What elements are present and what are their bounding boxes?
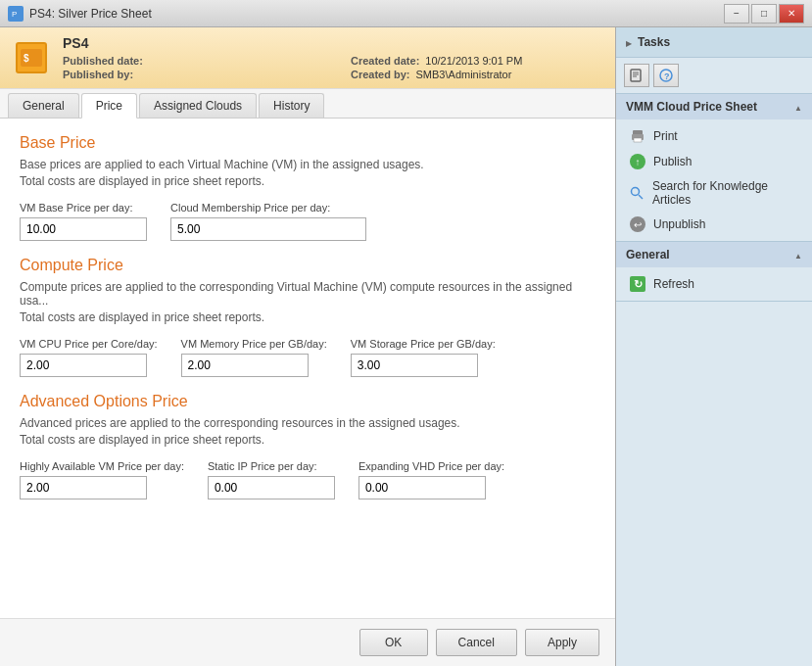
unpublish-label: Unpublish: [653, 217, 705, 231]
memory-price-input[interactable]: [181, 354, 309, 377]
created-by-label: Created by:: [351, 69, 410, 80]
published-by-label: Published by:: [63, 69, 133, 80]
search-kb-icon: [630, 185, 645, 201]
static-ip-group: Static IP Price per day:: [208, 460, 335, 500]
advanced-options-title: Advanced Options Price: [20, 393, 596, 410]
cpu-price-input[interactable]: [20, 354, 147, 377]
refresh-item[interactable]: Refresh: [616, 271, 812, 297]
header-area: $ PS4 Published date: Created date: 10/2…: [0, 27, 615, 89]
app-icon: P: [8, 6, 24, 22]
svg-rect-12: [634, 138, 642, 142]
compute-price-desc1: Compute prices are applied to the corres…: [20, 280, 596, 308]
advanced-options-desc1: Advanced prices are applied to the corre…: [20, 416, 596, 430]
created-date-label: Created date:: [351, 55, 419, 67]
ps4-name: PS4: [63, 35, 599, 51]
created-date-value: 10/21/2013 9:01 PM: [425, 55, 522, 67]
header-info: PS4 Published date: Created date: 10/21/…: [63, 35, 599, 80]
vmm-section: VMM Cloud Price Sheet Print Publish: [616, 94, 812, 242]
ok-button[interactable]: OK: [359, 629, 428, 656]
tasks-label: Tasks: [638, 35, 670, 49]
right-panel: Tasks ? VMM Cloud Price Sheet P: [616, 27, 812, 666]
unpublish-icon: [630, 216, 645, 232]
close-button[interactable]: ✕: [779, 4, 804, 24]
search-kb-item[interactable]: Search for Knowledge Articles: [616, 174, 812, 212]
tab-price[interactable]: Price: [81, 93, 137, 119]
print-icon: [630, 128, 645, 144]
vmm-section-content: Print Publish Search for Knowledge Artic…: [616, 119, 812, 241]
cloud-membership-input[interactable]: [170, 217, 366, 241]
storage-price-group: VM Storage Price per GB/day:: [351, 338, 496, 377]
cpu-price-label: VM CPU Price per Core/day:: [20, 338, 158, 350]
ha-vm-group: Highly Available VM Price per day:: [20, 460, 184, 500]
tabs: General Price Assigned Clouds History: [0, 89, 615, 119]
general-section-content: Refresh: [616, 267, 812, 301]
tab-general[interactable]: General: [8, 93, 79, 118]
cloud-membership-group: Cloud Membership Price per day:: [170, 202, 366, 241]
ha-vm-label: Highly Available VM Price per day:: [20, 460, 184, 472]
unpublish-item[interactable]: Unpublish: [616, 212, 812, 237]
base-price-section: Base Price Base prices are applied to ea…: [20, 134, 596, 241]
cpu-price-group: VM CPU Price per Core/day:: [20, 338, 158, 377]
right-toolbar: ?: [616, 58, 812, 94]
publish-item[interactable]: Publish: [616, 149, 812, 174]
general-section-label: General: [626, 248, 670, 262]
compute-price-section: Compute Price Compute prices are applied…: [20, 257, 596, 377]
compute-price-fields: VM CPU Price per Core/day: VM Memory Pri…: [20, 338, 596, 377]
svg-text:?: ?: [664, 71, 670, 81]
base-price-desc2: Total costs are displayed in price sheet…: [20, 174, 596, 188]
vmm-section-arrow-icon: [794, 100, 802, 114]
svg-point-13: [632, 188, 640, 196]
memory-price-label: VM Memory Price per GB/day:: [181, 338, 327, 350]
vm-base-price-input[interactable]: [20, 217, 147, 241]
content-area: Base Price Base prices are applied to ea…: [0, 119, 615, 618]
general-section: General Refresh: [616, 242, 812, 302]
window-title: PS4: Silver Price Sheet: [29, 7, 152, 21]
base-price-title: Base Price: [20, 134, 596, 152]
advanced-options-desc2: Total costs are displayed in price sheet…: [20, 433, 596, 447]
compute-price-desc2: Total costs are displayed in price sheet…: [20, 310, 596, 324]
svg-text:P: P: [12, 10, 17, 19]
header-meta: Published date: Created date: 10/21/2013…: [63, 55, 599, 80]
expanding-vhd-input[interactable]: [358, 476, 486, 500]
storage-price-label: VM Storage Price per GB/day:: [351, 338, 496, 350]
publish-label: Publish: [653, 155, 692, 168]
print-item[interactable]: Print: [616, 123, 812, 149]
refresh-icon: [630, 276, 645, 292]
expanding-vhd-label: Expanding VHD Price per day:: [358, 460, 504, 472]
refresh-label: Refresh: [653, 277, 694, 291]
memory-price-group: VM Memory Price per GB/day:: [181, 338, 327, 377]
static-ip-input[interactable]: [208, 476, 335, 500]
cloud-membership-label: Cloud Membership Price per day:: [170, 202, 366, 214]
cancel-button[interactable]: Cancel: [436, 629, 517, 656]
tab-assigned-clouds[interactable]: Assigned Clouds: [139, 93, 257, 118]
general-section-header[interactable]: General: [616, 242, 812, 267]
vm-base-price-label: VM Base Price per day:: [20, 202, 147, 214]
vmm-section-label: VMM Cloud Price Sheet: [626, 100, 757, 114]
ps4-icon: $: [16, 42, 47, 73]
svg-text:$: $: [24, 53, 29, 64]
general-section-arrow-icon: [794, 248, 802, 262]
compute-price-title: Compute Price: [20, 257, 596, 274]
static-ip-label: Static IP Price per day:: [208, 460, 335, 472]
advanced-options-fields: Highly Available VM Price per day: Stati…: [20, 460, 596, 500]
apply-button[interactable]: Apply: [525, 629, 599, 656]
vmm-section-header[interactable]: VMM Cloud Price Sheet: [616, 94, 812, 119]
maximize-button[interactable]: □: [751, 4, 777, 24]
title-bar: P PS4: Silver Price Sheet − □ ✕: [0, 0, 812, 27]
tasks-header[interactable]: Tasks: [616, 27, 812, 58]
left-panel: $ PS4 Published date: Created date: 10/2…: [0, 27, 616, 666]
vm-base-price-group: VM Base Price per day:: [20, 202, 147, 241]
storage-price-input[interactable]: [351, 354, 478, 377]
base-price-fields: VM Base Price per day: Cloud Membership …: [20, 202, 596, 241]
ha-vm-input[interactable]: [20, 476, 147, 500]
expanding-vhd-group: Expanding VHD Price per day:: [358, 460, 504, 500]
advanced-options-section: Advanced Options Price Advanced prices a…: [20, 393, 596, 500]
publish-icon: [630, 154, 645, 169]
minimize-button[interactable]: −: [724, 4, 749, 24]
toolbar-help-button[interactable]: ?: [653, 64, 679, 87]
toolbar-doc-button[interactable]: [624, 64, 649, 87]
svg-line-14: [639, 195, 643, 199]
tab-history[interactable]: History: [259, 93, 324, 118]
print-label: Print: [653, 129, 678, 143]
published-date-label: Published date:: [63, 55, 143, 67]
